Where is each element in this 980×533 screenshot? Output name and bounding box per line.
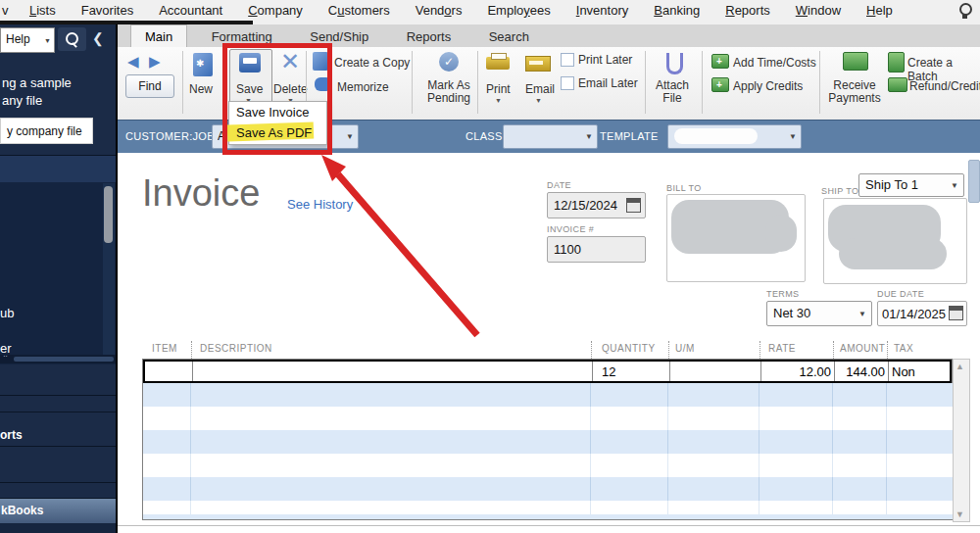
sidebar-footer-label: kBooks	[1, 504, 43, 517]
table-row-empty[interactable]	[143, 514, 954, 519]
menu-item-partial[interactable]: v	[0, 0, 13, 18]
ship-to-combobox[interactable]: Ship To 1 ▼	[858, 173, 964, 197]
email-icon[interactable]	[525, 56, 551, 72]
menu-item-customers[interactable]: Customers	[316, 0, 403, 18]
email-later-checkbox[interactable]	[561, 76, 574, 90]
apply-credits-button[interactable]: Apply Credits	[733, 79, 803, 93]
chevron-down-icon[interactable]: ▼	[951, 181, 958, 190]
menu-item-lists[interactable]: Lists	[17, 0, 69, 18]
mark-as-pending-button[interactable]: Mark As Pending	[416, 79, 481, 105]
chevron-down-icon[interactable]: ▼	[585, 132, 593, 141]
table-row-empty[interactable]	[143, 477, 954, 501]
menu-item-accountant[interactable]: Accountant	[146, 0, 235, 18]
ship-to-box[interactable]	[823, 198, 967, 284]
help-combobox[interactable]: Help ▼	[0, 27, 55, 53]
table-row-selected[interactable]: 12 12.00 144.00 Non	[143, 360, 952, 383]
invoice-number-field[interactable]: 1100	[547, 236, 646, 263]
receive-payments-icon[interactable]	[843, 52, 868, 71]
table-scrollbar[interactable]: ▲ ▼	[953, 359, 970, 522]
find-button[interactable]: Find	[125, 74, 174, 98]
create-a-batch-icon[interactable]	[888, 52, 905, 73]
sidebar-item-reports-truncated[interactable]: orts	[0, 428, 23, 442]
chevron-down-icon[interactable]: ▼	[789, 132, 797, 141]
memorize-button[interactable]: Memorize	[337, 80, 389, 94]
window-scrollbar-thumb[interactable]	[968, 160, 980, 203]
menu-item-favorites[interactable]: Favorites	[69, 0, 146, 18]
menu-item-banking[interactable]: Banking	[641, 0, 712, 18]
date-field[interactable]: 12/15/2024	[547, 192, 646, 218]
attach-file-icon[interactable]	[666, 53, 683, 74]
forward-arrow-icon[interactable]: ▶	[149, 53, 161, 71]
cell-um[interactable]	[671, 362, 758, 381]
invoice-number-label: INVOICE #	[547, 224, 594, 234]
menu-item-employees[interactable]: Employees	[474, 0, 563, 18]
column-header-rate[interactable]: RATE	[760, 341, 842, 359]
table-row-empty[interactable]	[143, 383, 954, 407]
toolbar-separator	[645, 51, 646, 114]
add-time-costs-icon[interactable]: +	[711, 54, 729, 69]
refund-credit-button[interactable]: Refund/Credit	[909, 79, 980, 93]
print-caret-icon[interactable]: ▼	[495, 97, 502, 104]
table-row-empty[interactable]	[143, 501, 954, 514]
terms-combobox[interactable]: Net 30 ▼	[766, 301, 872, 326]
chevron-down-icon[interactable]: ▼	[858, 310, 866, 318]
sidebar-footer-band[interactable]: kBooks	[0, 498, 116, 524]
search-button[interactable]	[58, 27, 86, 51]
cell-quantity[interactable]: 12	[594, 362, 670, 381]
sidebar-hscrollbar-thumb[interactable]	[14, 357, 114, 362]
tab-reports[interactable]: Reports	[393, 25, 466, 47]
print-later-label: Print Later	[578, 53, 632, 67]
column-header-tax[interactable]: TAX	[887, 341, 959, 359]
back-arrow-icon[interactable]: ◀	[127, 53, 139, 71]
cell-rate[interactable]: 12.00	[762, 362, 831, 381]
print-button[interactable]: Print	[486, 82, 511, 96]
new-button[interactable]: New	[189, 82, 213, 96]
scroll-up-icon[interactable]: ▲	[956, 362, 964, 371]
sidebar-scrollbar-track[interactable]	[103, 183, 115, 363]
menu-item-vendors[interactable]: Vendors	[403, 0, 475, 18]
due-date-field[interactable]: 01/14/2025	[877, 301, 967, 326]
receive-payments-button[interactable]: Receive Payments	[825, 79, 884, 105]
tips-lightbulb-icon[interactable]	[956, 3, 972, 19]
chevron-down-icon[interactable]: ▼	[346, 132, 354, 141]
sidebar-hscrollbar[interactable]: ∙∙	[0, 355, 116, 363]
menu-item-inventory[interactable]: Inventory	[564, 0, 642, 18]
email-button[interactable]: Email	[525, 82, 555, 96]
tab-main[interactable]: Main	[130, 24, 187, 47]
refund-credit-icon[interactable]	[888, 77, 907, 92]
print-icon[interactable]	[486, 57, 510, 70]
template-combobox[interactable]: ▼	[667, 124, 802, 149]
table-row-empty[interactable]	[143, 430, 954, 454]
create-a-copy-button[interactable]: Create a Copy	[334, 56, 410, 70]
add-time-costs-button[interactable]: Add Time/Costs	[733, 56, 816, 70]
menu-item-window[interactable]: Window	[783, 0, 854, 18]
cell-amount[interactable]: 144.00	[836, 362, 885, 381]
mark-as-pending-icon[interactable]: ✓	[439, 52, 459, 72]
column-header-quantity[interactable]: QUANTITY	[591, 341, 679, 359]
class-combobox[interactable]: ▼	[503, 124, 598, 149]
collapse-sidebar-button[interactable]: ❮	[92, 30, 104, 46]
scroll-down-icon[interactable]: ▼	[956, 509, 964, 519]
menu-item-reports[interactable]: Reports	[712, 0, 783, 18]
cell-tax[interactable]: Non	[888, 362, 951, 381]
table-row-empty[interactable]	[143, 407, 954, 430]
print-later-checkbox[interactable]	[561, 53, 574, 67]
calendar-icon[interactable]	[626, 198, 641, 213]
column-header-um[interactable]: U/M	[668, 341, 766, 359]
sidebar-item-truncated[interactable]: ub	[0, 306, 14, 320]
new-icon[interactable]: ✱	[193, 53, 213, 76]
bill-to-box[interactable]	[666, 194, 806, 282]
menu-item-help[interactable]: Help	[854, 0, 906, 18]
chevron-down-icon[interactable]: ▼	[44, 37, 51, 44]
table-row-empty[interactable]	[143, 454, 954, 477]
toolbar-separator	[182, 51, 183, 114]
tab-search[interactable]: Search	[475, 25, 543, 47]
sidebar-scrollbar-thumb[interactable]	[104, 186, 113, 243]
apply-credits-icon[interactable]: +	[711, 77, 729, 92]
open-company-file-button[interactable]: y company file	[0, 118, 93, 144]
calendar-icon[interactable]	[949, 306, 963, 320]
email-caret-icon[interactable]: ▼	[535, 97, 542, 104]
column-header-amount[interactable]: AMOUNT	[833, 341, 894, 359]
menu-item-company[interactable]: Company	[235, 0, 316, 18]
attach-file-button[interactable]: Attach File	[652, 79, 693, 105]
